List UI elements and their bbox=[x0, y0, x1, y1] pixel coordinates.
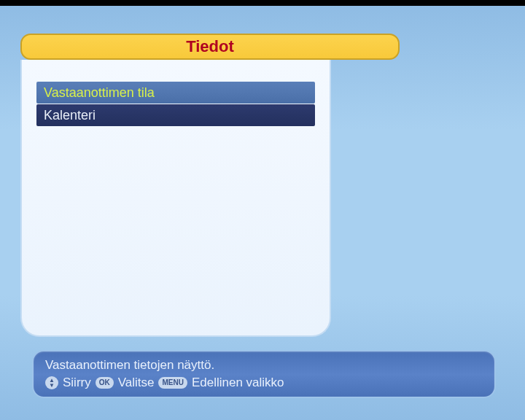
help-description: Vastaanottimen tietojen näyttö. bbox=[45, 358, 483, 373]
title-bar: Tiedot bbox=[20, 34, 400, 60]
help-bar: Vastaanottimen tietojen näyttö. ▲▼ Siirr… bbox=[32, 350, 496, 398]
help-back-label: Edellinen valikko bbox=[192, 376, 284, 390]
menu-item-calendar[interactable]: Kalenteri bbox=[36, 104, 315, 126]
help-select-label: Valitse bbox=[118, 376, 155, 390]
page-title: Tiedot bbox=[186, 37, 234, 56]
help-move-label: Siirry bbox=[63, 376, 91, 390]
help-keys: ▲▼ Siirry OK Valitse MENU Edellinen vali… bbox=[45, 376, 483, 390]
screen: Tiedot Vastaanottimen tila Kalenteri Vas… bbox=[0, 6, 525, 420]
content-panel: Vastaanottimen tila Kalenteri bbox=[20, 60, 331, 337]
updown-icon: ▲▼ bbox=[45, 376, 58, 389]
ok-badge: OK bbox=[96, 377, 114, 389]
menu-badge: MENU bbox=[158, 377, 187, 389]
menu-list: Vastaanottimen tila Kalenteri bbox=[22, 82, 330, 127]
menu-item-label: Kalenteri bbox=[44, 108, 96, 123]
menu-item-receiver-status[interactable]: Vastaanottimen tila bbox=[36, 82, 315, 104]
menu-item-label: Vastaanottimen tila bbox=[44, 85, 155, 101]
